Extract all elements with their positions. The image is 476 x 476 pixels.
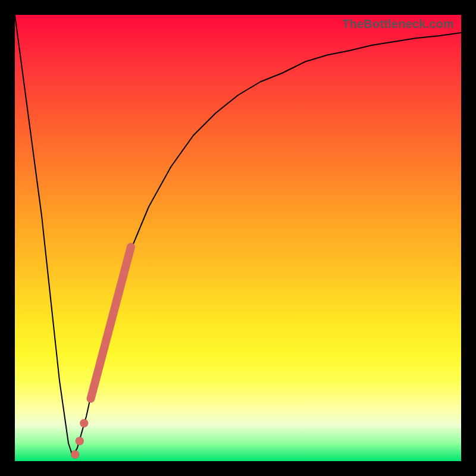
chart-frame: TheBottleneck.com	[0, 0, 476, 476]
plot-area: TheBottleneck.com	[15, 15, 461, 461]
dot-2	[76, 437, 84, 445]
dot-3	[71, 450, 79, 459]
marker-dots	[71, 419, 88, 459]
highlight-segment	[91, 247, 131, 399]
bottleneck-curve-path	[15, 15, 461, 457]
curve-svg	[15, 15, 461, 461]
dot-1	[80, 419, 88, 427]
